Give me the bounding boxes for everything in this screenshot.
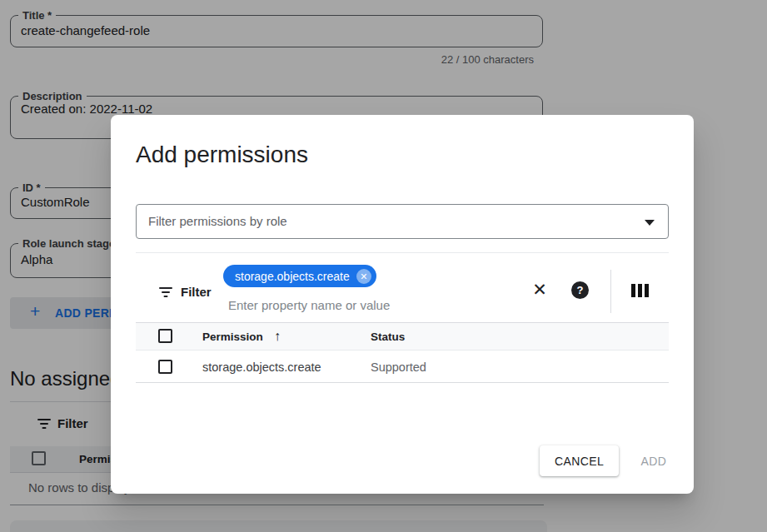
filter-chip-label: storage.objects.create	[235, 270, 350, 283]
table-row[interactable]: storage.objects.create Supported	[136, 351, 669, 383]
status-cell: Supported	[371, 360, 426, 374]
select-all-checkbox[interactable]	[158, 329, 172, 343]
chip-remove-icon[interactable]: ✕	[356, 269, 371, 284]
clear-filters-icon[interactable]: ✕	[529, 279, 550, 301]
cancel-button[interactable]: CANCEL	[540, 445, 619, 476]
filter-by-role-dropdown[interactable]: Filter permissions by role	[136, 204, 669, 239]
dialog-table-header: Permission ↑ Status	[136, 323, 669, 351]
dialog-filter-bar: Filter	[158, 285, 212, 299]
filter-icon	[158, 286, 173, 298]
filter-chip[interactable]: storage.objects.create ✕	[223, 265, 376, 287]
permission-column-header[interactable]: Permission	[202, 331, 263, 343]
sort-ascending-icon[interactable]: ↑	[274, 329, 281, 344]
add-permissions-dialog: Add permissions Filter permissions by ro…	[111, 115, 694, 494]
chevron-down-icon	[645, 220, 655, 226]
dialog-title: Add permissions	[136, 142, 308, 168]
status-column-header[interactable]: Status	[371, 331, 405, 343]
help-icon[interactable]: ?	[571, 281, 589, 299]
toolbar-top-divider	[136, 252, 669, 253]
dialog-filter-input[interactable]: Enter property name or value	[228, 298, 390, 312]
permission-cell: storage.objects.create	[202, 360, 321, 374]
filter-by-role-placeholder: Filter permissions by role	[148, 214, 287, 228]
toolbar-vertical-divider	[610, 270, 611, 313]
filter-label: Filter	[181, 285, 212, 299]
column-display-icon[interactable]	[631, 284, 649, 297]
add-button[interactable]: ADD	[629, 445, 679, 476]
row-checkbox[interactable]	[158, 360, 172, 374]
